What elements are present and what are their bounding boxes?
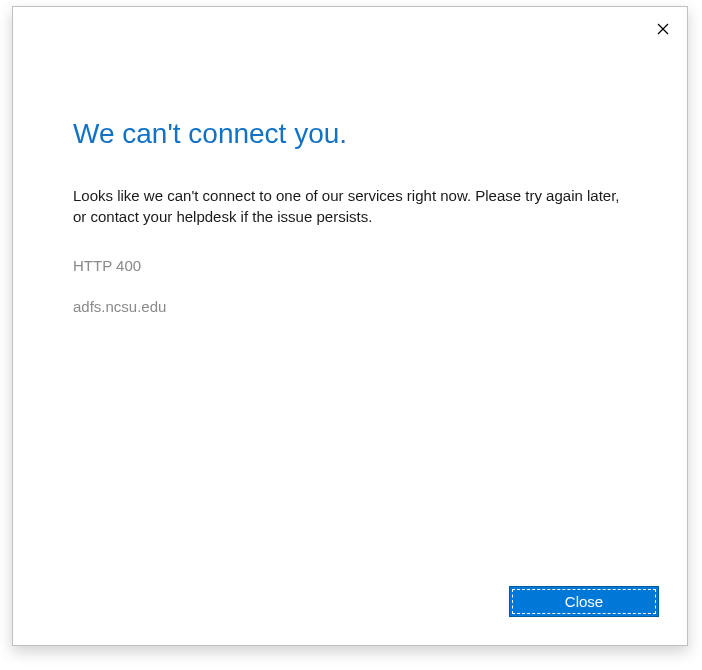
dialog-message: Looks like we can't connect to one of ou… bbox=[73, 185, 627, 227]
close-icon[interactable] bbox=[651, 17, 675, 41]
dialog-heading: We can't connect you. bbox=[73, 117, 627, 151]
close-button[interactable]: Close bbox=[509, 586, 659, 617]
button-row: Close bbox=[509, 586, 659, 617]
server-name: adfs.ncsu.edu bbox=[73, 298, 627, 315]
dialog-content: We can't connect you. Looks like we can'… bbox=[13, 7, 687, 315]
error-code: HTTP 400 bbox=[73, 257, 627, 274]
error-dialog: We can't connect you. Looks like we can'… bbox=[12, 6, 688, 646]
